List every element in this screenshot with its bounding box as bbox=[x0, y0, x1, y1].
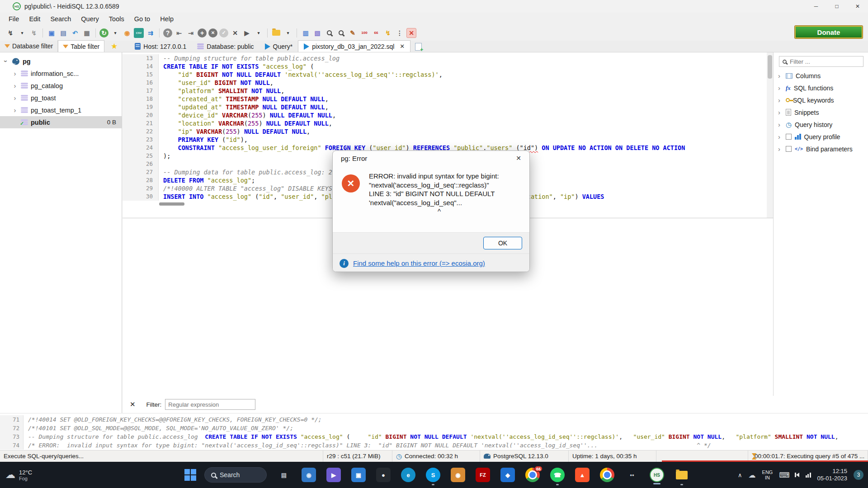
ok-button[interactable]: OK bbox=[483, 237, 522, 249]
camera-app-icon[interactable]: ◉ bbox=[302, 468, 316, 482]
favorites-star-icon[interactable]: ★ bbox=[111, 42, 118, 51]
kebab-menu-icon[interactable]: ⋮ bbox=[395, 28, 405, 38]
tray-chevron-icon[interactable]: ∧ bbox=[738, 472, 742, 479]
chevron-right-icon[interactable]: › bbox=[778, 84, 783, 92]
chrome-secondary-icon[interactable] bbox=[600, 468, 614, 482]
filezilla-icon[interactable]: FZ bbox=[476, 468, 490, 482]
taskbar-search[interactable]: Search bbox=[204, 467, 267, 483]
menu-go-to[interactable]: Go to bbox=[129, 14, 155, 24]
notification-count-badge[interactable]: 3 bbox=[854, 470, 863, 480]
desktop-app-icon[interactable]: ▤ bbox=[277, 468, 291, 482]
whatsapp-icon[interactable]: ☎ bbox=[550, 468, 565, 482]
menu-search[interactable]: Search bbox=[45, 14, 76, 24]
copy-icon[interactable]: ▣ bbox=[47, 28, 57, 38]
network-icon[interactable] bbox=[806, 472, 811, 478]
tree-item-pg_toast_temp_1[interactable]: ›pg_toast_temp_1 bbox=[0, 104, 122, 116]
chevron-right-icon[interactable]: › bbox=[778, 96, 783, 104]
tree-root-pg[interactable]: › pg bbox=[0, 55, 122, 67]
refresh-icon[interactable]: ↻ bbox=[99, 28, 108, 38]
menu-file[interactable]: File bbox=[4, 14, 24, 24]
menu-query[interactable]: Query bbox=[76, 14, 104, 24]
dialog-title-bar[interactable]: pg: Error ✕ bbox=[333, 151, 529, 165]
reformat-icon[interactable]: ⇉ bbox=[146, 28, 156, 38]
chevron-right-icon[interactable]: › bbox=[778, 108, 783, 116]
chevron-right-icon[interactable]: › bbox=[12, 82, 18, 89]
add-row-icon[interactable]: + bbox=[198, 28, 207, 38]
menu-edit[interactable]: Edit bbox=[24, 14, 45, 24]
discard-icon[interactable]: ✕ bbox=[230, 28, 240, 38]
helper-item-sql-functions[interactable]: ›fxSQL functions bbox=[774, 82, 868, 94]
run-icon[interactable]: ▶ bbox=[242, 28, 252, 38]
tab-close-icon[interactable]: ✕ bbox=[400, 43, 405, 50]
tab-query[interactable]: Query* bbox=[259, 41, 298, 52]
checkbox[interactable] bbox=[786, 146, 792, 152]
csv-export-icon[interactable]: CSV bbox=[134, 28, 144, 38]
run-dropdown-icon[interactable]: ▾ bbox=[254, 28, 264, 38]
tab-host[interactable]: Host: 127.0.0.1 bbox=[129, 41, 192, 52]
paste-icon[interactable]: ▤ bbox=[58, 28, 68, 38]
maximize-button[interactable]: □ bbox=[826, 0, 847, 13]
helper-item-snippets[interactable]: ›Snippets bbox=[774, 106, 868, 118]
checkbox[interactable] bbox=[786, 134, 792, 140]
chrome-icon[interactable]: 66 bbox=[525, 468, 540, 482]
menu-help[interactable]: Help bbox=[155, 14, 179, 24]
tab-database-filter[interactable]: Database filter bbox=[0, 40, 58, 52]
chevron-right-icon[interactable]: › bbox=[778, 72, 783, 80]
tab-sql-file[interactable]: pixstory_db_03_jan_2022.sql ✕ bbox=[298, 40, 410, 52]
limit-66-icon[interactable]: 66 bbox=[371, 28, 381, 38]
menu-tools[interactable]: Tools bbox=[104, 14, 129, 24]
save-snippet-icon[interactable]: ▧ bbox=[312, 28, 322, 38]
user-manager-icon[interactable]: ◉ bbox=[122, 28, 132, 38]
onedrive-cloud-icon[interactable]: ☁ bbox=[749, 471, 756, 479]
undo-icon[interactable]: ↶ bbox=[70, 28, 80, 38]
connect-icon[interactable]: ↯ bbox=[5, 28, 15, 38]
stop-icon[interactable]: ✕ bbox=[406, 28, 416, 38]
chevron-right-icon[interactable]: › bbox=[778, 133, 783, 141]
sql-log-panel[interactable]: 71/*!40014 SET @OLD_FOREIGN_KEY_CHECKS=@… bbox=[0, 413, 868, 450]
volume-icon[interactable] bbox=[796, 473, 799, 477]
minimize-button[interactable]: ─ bbox=[806, 0, 826, 13]
contacts-app-icon[interactable]: ◉ bbox=[451, 468, 465, 482]
find-icon[interactable] bbox=[324, 28, 334, 38]
jump-last-icon[interactable]: ⇥ bbox=[186, 28, 196, 38]
log-filter-input[interactable] bbox=[165, 399, 255, 410]
editor-vertical-scrollbar[interactable] bbox=[767, 52, 773, 218]
connect-dropdown-icon[interactable]: ▾ bbox=[17, 28, 27, 38]
help-icon[interactable]: ? bbox=[163, 28, 172, 38]
photos-app-icon[interactable]: ▣ bbox=[351, 468, 366, 482]
post-icon[interactable]: ✓ bbox=[219, 28, 228, 38]
find-again-icon[interactable] bbox=[336, 28, 346, 38]
github-app-icon[interactable]: ● bbox=[376, 468, 391, 482]
helper-filter-box[interactable] bbox=[779, 56, 863, 67]
heidisql-icon[interactable]: HS bbox=[650, 468, 664, 482]
edge-icon[interactable]: e bbox=[401, 468, 415, 482]
chevron-right-icon[interactable]: › bbox=[12, 94, 18, 102]
tree-item-pg_catalog[interactable]: ›pg_catalog bbox=[0, 80, 122, 92]
chevron-right-icon[interactable]: › bbox=[778, 145, 783, 153]
limit-100-icon[interactable]: 100 bbox=[359, 28, 369, 38]
cancel-icon[interactable]: ✕ bbox=[208, 28, 217, 38]
dialog-close-icon[interactable]: ✕ bbox=[516, 155, 521, 162]
close-button[interactable]: ✕ bbox=[847, 0, 868, 13]
vscode-app-icon[interactable]: ◆ bbox=[500, 468, 515, 482]
tree-item-pg_toast[interactable]: ›pg_toast bbox=[0, 92, 122, 104]
skype-icon[interactable]: S bbox=[426, 468, 440, 482]
open-dropdown-icon[interactable]: ▾ bbox=[283, 28, 293, 38]
jump-first-icon[interactable]: ⇤ bbox=[174, 28, 184, 38]
print-icon[interactable]: ▦ bbox=[82, 28, 92, 38]
bolt-icon[interactable]: ↯ bbox=[383, 28, 393, 38]
helper-item-query-profile[interactable]: ›Query profile bbox=[774, 131, 868, 143]
taskbar-clock[interactable]: 12:15 05-01-2023 bbox=[817, 468, 848, 482]
tab-database[interactable]: Database: public bbox=[192, 41, 259, 52]
new-query-tab-icon[interactable] bbox=[415, 43, 422, 51]
tree-item-information_sc[interactable]: ›information_sc... bbox=[0, 67, 122, 80]
chevron-right-icon[interactable]: › bbox=[12, 106, 18, 114]
brave-icon[interactable]: ▲ bbox=[575, 468, 590, 482]
error-help-link[interactable]: Find some help on this error (=> ecosia.… bbox=[353, 259, 485, 267]
explorer-icon[interactable] bbox=[675, 468, 689, 482]
taskbar-weather[interactable]: ☁ 12°C Fog bbox=[0, 469, 63, 481]
helper-item-query-history[interactable]: ›◷Query history bbox=[774, 118, 868, 131]
donate-button[interactable]: Donate bbox=[795, 26, 863, 38]
beautify-icon[interactable]: ✎ bbox=[348, 28, 358, 38]
open-file-icon[interactable] bbox=[271, 28, 281, 38]
